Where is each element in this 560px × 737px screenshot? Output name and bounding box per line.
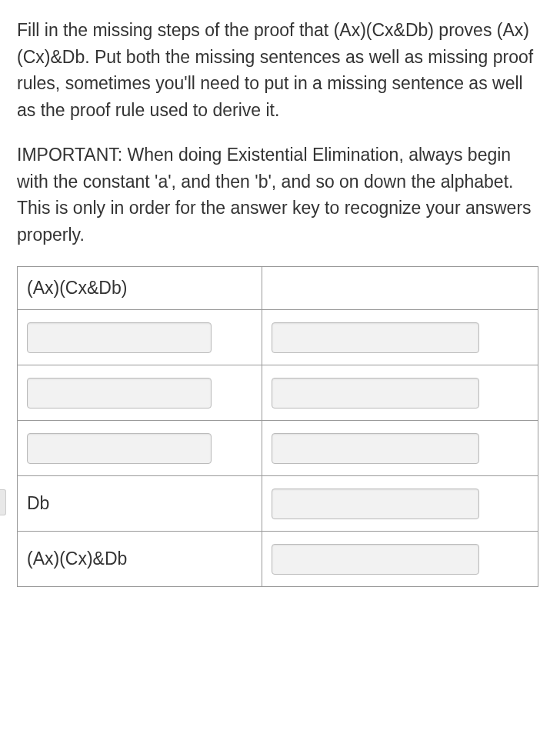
sentence-input[interactable] xyxy=(27,378,212,409)
table-row xyxy=(18,365,538,421)
sentence-cell: Db xyxy=(27,493,49,513)
conclusion-cell: (Ax)(Cx)&Db xyxy=(27,549,127,569)
rule-input[interactable] xyxy=(272,489,479,519)
rule-input[interactable] xyxy=(272,378,479,409)
important-note-text: IMPORTANT: When doing Existential Elimin… xyxy=(17,142,538,248)
rule-input[interactable] xyxy=(272,544,479,575)
side-tab[interactable] xyxy=(0,489,6,515)
premise-cell: (Ax)(Cx&Db) xyxy=(27,278,127,298)
proof-table: (Ax)(Cx&Db) Db xyxy=(17,266,538,587)
table-row: (Ax)(Cx&Db) xyxy=(18,267,538,310)
rule-input[interactable] xyxy=(272,322,479,353)
empty-cell xyxy=(262,267,538,310)
sentence-input[interactable] xyxy=(27,322,212,353)
table-row xyxy=(18,421,538,476)
instructions-text: Fill in the missing steps of the proof t… xyxy=(17,17,538,123)
table-row: Db xyxy=(18,476,538,532)
rule-input[interactable] xyxy=(272,433,479,464)
table-row xyxy=(18,310,538,365)
sentence-input[interactable] xyxy=(27,433,212,464)
table-row: (Ax)(Cx)&Db xyxy=(18,532,538,587)
